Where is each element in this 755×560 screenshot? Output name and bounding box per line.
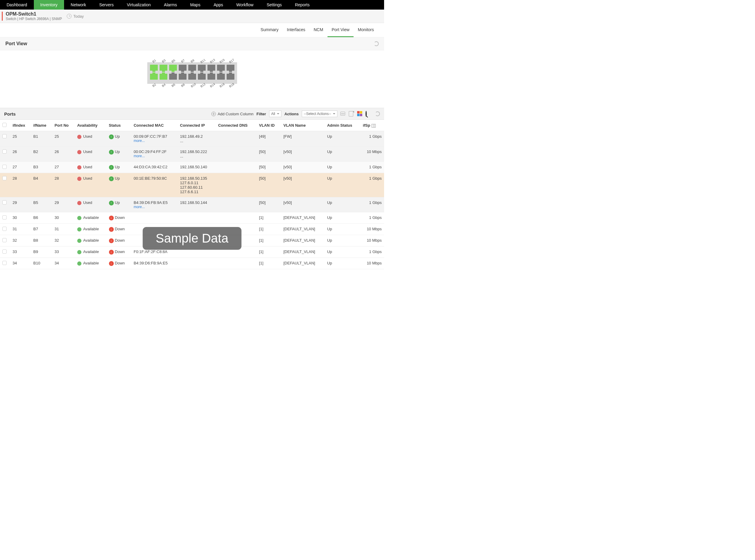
status-arrow-icon: ↓	[109, 238, 114, 243]
ports-title: Ports	[4, 112, 16, 117]
status-arrow-icon: ↑	[109, 165, 114, 170]
availability-dot	[77, 216, 81, 220]
nav-workflow[interactable]: Workflow	[230, 0, 260, 9]
col-status[interactable]: Status	[106, 120, 131, 131]
port-B16[interactable]: B16	[217, 74, 225, 81]
port-B8[interactable]: B8	[178, 74, 187, 81]
device-header: OPM-Switch1 Switch | HP Switch J8698A | …	[0, 9, 384, 23]
nav-maps[interactable]: Maps	[184, 0, 207, 9]
actions-label: Actions	[284, 112, 299, 116]
port-B9[interactable]: B9	[188, 65, 197, 73]
port-B17[interactable]: B17	[226, 65, 235, 73]
port-B5[interactable]: B5	[168, 65, 178, 73]
port-B15[interactable]: B15	[217, 65, 225, 73]
filter-select[interactable]: All	[269, 111, 281, 117]
nav-dashboard[interactable]: Dashboard	[0, 0, 34, 9]
search-icon[interactable]	[366, 111, 371, 117]
port-B12[interactable]: B12	[197, 74, 206, 81]
nav-inventory[interactable]: Inventory	[34, 0, 64, 9]
port-B7[interactable]: B7	[178, 65, 187, 73]
table-row[interactable]: 31B731Available↓Down[1][DEFAULT_VLAN]Up1…	[0, 224, 384, 235]
row-checkbox[interactable]	[2, 176, 6, 180]
port-B14[interactable]: B14	[207, 74, 216, 81]
nav-servers[interactable]: Servers	[93, 0, 120, 9]
col-connected-ip[interactable]: Connected IP	[178, 120, 216, 131]
table-row[interactable]: 28B428Used↑Up00:1E:BE:79:50:8C192.168.50…	[0, 173, 384, 197]
row-checkbox[interactable]	[2, 227, 6, 231]
availability-dot	[77, 150, 81, 154]
device-meta: Switch | HP Switch J8698A | SNMP	[6, 17, 62, 21]
nav-alarms[interactable]: Alarms	[158, 0, 184, 9]
nav-network[interactable]: Network	[64, 0, 93, 9]
col-availability[interactable]: Availability	[75, 120, 106, 131]
availability-dot	[77, 239, 81, 243]
plus-icon	[211, 112, 216, 116]
port-B18[interactable]: B18	[226, 74, 235, 81]
apps-icon[interactable]	[357, 111, 363, 117]
col-ifname[interactable]: ifName	[31, 120, 52, 131]
export-csv-icon[interactable]	[340, 111, 346, 117]
row-checkbox[interactable]	[2, 149, 6, 154]
col-vlan-name[interactable]: VLAN Name	[281, 120, 325, 131]
col-ifspeed[interactable]: ifSp	[361, 120, 384, 131]
row-checkbox[interactable]	[2, 215, 6, 220]
table-row[interactable]: 27B327Used↑Up44:D3:CA:39:42:C2192.168.50…	[0, 162, 384, 173]
more-link[interactable]: more...	[134, 205, 175, 209]
tab-monitors[interactable]: Monitors	[353, 23, 378, 37]
table-row[interactable]: 32B832Available↓Down[1][DEFAULT_VLAN]Up1…	[0, 235, 384, 246]
row-checkbox[interactable]	[2, 261, 6, 265]
nav-reports[interactable]: Reports	[288, 0, 316, 9]
col-connected-mac[interactable]: Connected MAC	[131, 120, 178, 131]
refresh-table-icon[interactable]	[375, 112, 380, 116]
status-arrow-icon: ↓	[109, 227, 114, 232]
actions-select[interactable]: --Select Actions--	[302, 111, 338, 117]
tab-port-view[interactable]: Port View	[327, 23, 354, 37]
port-B10[interactable]: B10	[188, 74, 197, 81]
availability-dot	[77, 177, 81, 181]
port-B11[interactable]: B11	[197, 65, 206, 73]
add-custom-column[interactable]: Add Custom Column	[211, 112, 253, 116]
port-B4[interactable]: B4	[159, 74, 168, 81]
more-link[interactable]: more...	[134, 139, 175, 143]
select-all-checkbox[interactable]	[2, 123, 6, 127]
port-B13[interactable]: B13	[207, 65, 216, 73]
col-ifindex[interactable]: ifIndex	[10, 120, 31, 131]
tab-interfaces[interactable]: Interfaces	[283, 23, 309, 37]
availability-dot	[77, 261, 81, 266]
port-B1[interactable]: B1	[149, 65, 158, 73]
col-port-no[interactable]: Port No	[52, 120, 75, 131]
col-vlan-id[interactable]: VLAN ID	[257, 120, 281, 131]
table-row[interactable]: 30B630Available↓Down[1][DEFAULT_VLAN]Up1…	[0, 212, 384, 224]
status-arrow-icon: ↑	[109, 201, 114, 205]
row-checkbox[interactable]	[2, 165, 6, 169]
table-row[interactable]: 26B226Used↑Up00:0C:29:F4:FF:2Fmore...192…	[0, 146, 384, 162]
port-B2[interactable]: B2	[149, 74, 158, 81]
refresh-icon[interactable]	[374, 41, 379, 46]
row-checkbox[interactable]	[2, 238, 6, 242]
port-view-title: Port View	[5, 41, 27, 46]
nav-apps[interactable]: Apps	[207, 0, 230, 9]
table-row[interactable]: 33B933Available↓DownF0:1F:AF:2F:C8:8A[1]…	[0, 246, 384, 258]
port-B6[interactable]: B6	[168, 74, 178, 81]
tab-summary[interactable]: Summary	[256, 23, 283, 37]
top-nav: DashboardInventoryNetworkServersVirtuali…	[0, 0, 384, 9]
status-arrow-icon: ↓	[109, 250, 114, 255]
port-B3[interactable]: B3	[159, 65, 168, 73]
ports-toolbar: Ports Add Custom Column Filter All Actio…	[0, 108, 384, 120]
table-row[interactable]: 25B125Used↑Up00:09:0F:CC:7F:B7more...192…	[0, 131, 384, 146]
col-admin-status[interactable]: Admin Status	[325, 120, 361, 131]
row-checkbox[interactable]	[2, 134, 6, 138]
columns-icon[interactable]	[371, 124, 376, 127]
time-selector[interactable]: Today	[67, 14, 84, 19]
row-checkbox[interactable]	[2, 200, 6, 204]
more-link[interactable]: more...	[134, 154, 175, 158]
table-row[interactable]: 34B1034Available↓DownB4:39:D6:FB:9A:E5[1…	[0, 258, 384, 269]
row-checkbox[interactable]	[2, 249, 6, 254]
status-arrow-icon: ↓	[109, 216, 114, 220]
table-row[interactable]: 29B529Used↑UpB4:39:D6:FB:9A:E5more...192…	[0, 197, 384, 212]
tab-ncm[interactable]: NCM	[309, 23, 327, 37]
col-connected-dns[interactable]: Connected DNS	[216, 120, 257, 131]
nav-virtualization[interactable]: Virtualization	[120, 0, 158, 9]
nav-settings[interactable]: Settings	[260, 0, 289, 9]
export-pdf-icon[interactable]	[349, 111, 354, 117]
